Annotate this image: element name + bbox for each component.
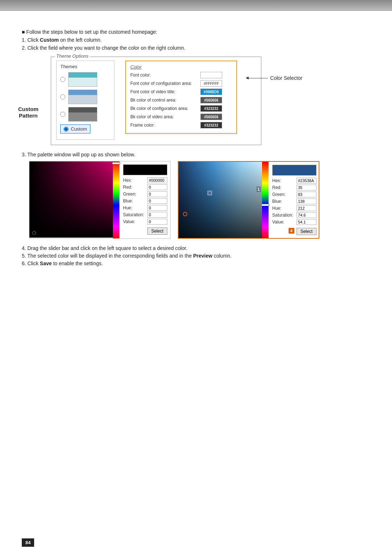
palette-canvas-right[interactable]: 1 bbox=[179, 162, 262, 238]
color-label-1: Font color of configuration area: bbox=[130, 81, 197, 86]
hex-label-right: Hex: bbox=[272, 178, 296, 183]
step-line-5: 5. The selected color will be displayed … bbox=[22, 253, 370, 259]
line5-suffix: column. bbox=[212, 253, 232, 259]
val-label-left: Value: bbox=[123, 219, 147, 224]
color-swatch-0[interactable] bbox=[200, 72, 222, 78]
palette-preview-right bbox=[272, 165, 317, 176]
slider-handle-right[interactable] bbox=[261, 204, 269, 206]
line4-text: 4. Drag the slider bar and click on the … bbox=[22, 245, 187, 251]
sat-input-left[interactable] bbox=[147, 212, 167, 218]
color-section-wrapper: Color Font color: Font color of configur… bbox=[125, 61, 237, 140]
line5-bold: Preview bbox=[193, 253, 212, 259]
palette-window-right: 3 1 bbox=[178, 161, 319, 239]
color-row-0: Font color: bbox=[130, 72, 232, 78]
theme-item-2[interactable] bbox=[60, 90, 110, 104]
arrow-left bbox=[246, 78, 268, 78]
val-label-right: Value: bbox=[272, 219, 296, 225]
field-hex-left: Hex: bbox=[123, 177, 167, 183]
blue-input-right[interactable] bbox=[297, 198, 317, 204]
field-sat-right: Saturation: bbox=[272, 212, 317, 218]
color-swatch-3[interactable]: #565656 bbox=[200, 97, 222, 103]
line6-prefix: 6. Click bbox=[22, 260, 40, 266]
custom-label: Custom bbox=[71, 126, 87, 132]
color-label-0: Font color: bbox=[130, 73, 197, 78]
field-hue-left: Hue: bbox=[123, 205, 167, 211]
color-swatch-4[interactable]: #323232 bbox=[200, 105, 222, 112]
select-button-right[interactable]: Select bbox=[297, 228, 317, 235]
val-input-left[interactable] bbox=[147, 219, 167, 225]
color-row-6: Frame color: #323232 bbox=[130, 122, 232, 128]
custom-pattern-line2: Pattern bbox=[18, 112, 38, 119]
top-bar bbox=[0, 0, 392, 11]
palette-windows: Hex: Red: Green: Blue: bbox=[29, 161, 370, 239]
theme-item-1[interactable] bbox=[60, 72, 110, 87]
custom-row[interactable]: Custom bbox=[60, 124, 90, 134]
line6-bold: Save bbox=[40, 260, 52, 266]
color-swatch-2[interactable]: #098BD5 bbox=[200, 89, 222, 95]
custom-radio-icon bbox=[64, 127, 69, 132]
themes-col: Themes bbox=[56, 61, 114, 140]
hue-slider-left[interactable] bbox=[113, 161, 119, 238]
blue-input-left[interactable] bbox=[147, 198, 167, 204]
radio-theme2[interactable] bbox=[60, 94, 65, 99]
palette-preview-left bbox=[123, 164, 167, 175]
hue-slider-right[interactable] bbox=[262, 162, 269, 238]
hex-input-right[interactable] bbox=[297, 178, 317, 184]
step-line-6: 6. Click Save to enable the settings. bbox=[22, 260, 370, 266]
theme-preview-1 bbox=[68, 72, 97, 87]
radio-theme1[interactable] bbox=[60, 77, 65, 82]
theme-options-legend: Theme Options bbox=[55, 53, 90, 59]
color-swatch-5[interactable]: #565656 bbox=[200, 114, 222, 120]
hex-label-left: Hex: bbox=[123, 178, 147, 183]
color-row-5: Bk color of video area: #565656 bbox=[130, 114, 232, 120]
field-green-right: Green: bbox=[272, 192, 317, 197]
line1-suffix: on the left column. bbox=[59, 37, 102, 43]
palette-canvas-left[interactable] bbox=[29, 161, 113, 238]
field-green-left: Green: bbox=[123, 191, 167, 197]
content: ■ Follow the steps below to set up the c… bbox=[22, 22, 370, 266]
slider-handle-left[interactable] bbox=[112, 162, 120, 164]
step-num-3: 3 bbox=[319, 161, 319, 167]
color-swatch-1[interactable]: #FFFFFF bbox=[200, 80, 222, 87]
red-input-left[interactable] bbox=[147, 184, 167, 190]
radio-theme3[interactable] bbox=[60, 112, 65, 117]
select-button-left[interactable]: Select bbox=[147, 227, 167, 235]
crosshair-right bbox=[208, 192, 211, 194]
field-red-right: Red: bbox=[272, 185, 317, 190]
theme-options-box: Theme Options Themes bbox=[51, 57, 261, 145]
line1-bold: Custom bbox=[40, 37, 59, 43]
theme1-bottom bbox=[69, 78, 97, 86]
orange-circle-handle[interactable] bbox=[183, 212, 187, 216]
hex-input-left[interactable] bbox=[147, 177, 167, 183]
theme-item-3[interactable] bbox=[60, 107, 110, 122]
color-row-2: Font color of video title: #098BD5 bbox=[130, 89, 232, 95]
palette-window-left: Hex: Red: Green: Blue: bbox=[29, 161, 171, 239]
theme-preview-2 bbox=[68, 90, 97, 104]
instruction-bullet: ■ Follow the steps below to set up the c… bbox=[22, 29, 370, 35]
val-input-right[interactable] bbox=[297, 219, 317, 225]
color-label-5: Bk color of video area: bbox=[130, 114, 197, 119]
hue-input-left[interactable] bbox=[147, 205, 167, 211]
sat-label-right: Saturation: bbox=[272, 213, 296, 218]
sat-input-right[interactable] bbox=[297, 212, 317, 218]
instruction-line1: 1. Click Custom on the left column. bbox=[22, 37, 370, 43]
theme-item-custom[interactable]: Custom bbox=[60, 124, 110, 134]
red-input-right[interactable] bbox=[297, 185, 317, 190]
green-input-right[interactable] bbox=[297, 192, 317, 197]
field-hue-right: Hue: bbox=[272, 205, 317, 211]
steps-bottom: 4. Drag the slider bar and click on the … bbox=[22, 245, 370, 266]
blue-label-right: Blue: bbox=[272, 199, 296, 204]
color-options-wrapper: Color Font color: Font color of configur… bbox=[125, 61, 237, 134]
line2-text: 2. Click the field where you want to cha… bbox=[22, 45, 185, 51]
hue-input-right[interactable] bbox=[297, 205, 317, 211]
palette-fields-right: Hex: Red: Green: Blue: bbox=[269, 162, 319, 238]
field-sat-left: Saturation: bbox=[123, 212, 167, 218]
crosshair-left bbox=[32, 231, 36, 235]
field-val-left: Value: bbox=[123, 219, 167, 225]
hue-label-left: Hue: bbox=[123, 205, 147, 210]
green-input-left[interactable] bbox=[147, 191, 167, 197]
bullet-icon: ■ bbox=[22, 29, 25, 35]
line1-prefix: 1. Click bbox=[22, 37, 40, 43]
color-swatch-6[interactable]: #323232 bbox=[200, 122, 222, 128]
color-col: Color Font color: Font color of configur… bbox=[127, 62, 236, 132]
